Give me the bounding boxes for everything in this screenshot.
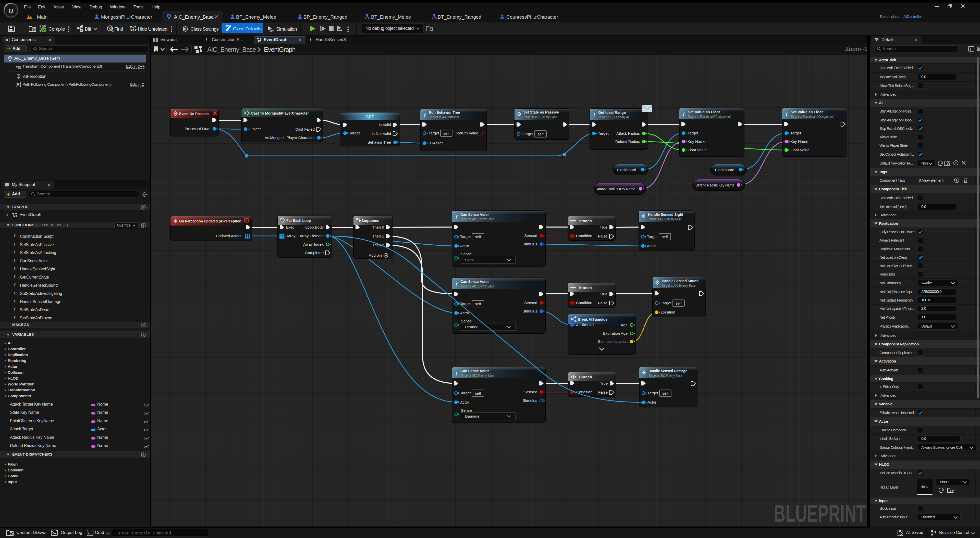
svg-text:Possessed Pawn: Possessed Pawn — [185, 127, 210, 131]
svg-text:ƒ: ƒ — [455, 214, 458, 220]
svg-text:Defend Radius Key Name: Defend Radius Key Name — [695, 183, 734, 187]
svg-text:Event On Possess: Event On Possess — [179, 111, 209, 116]
svg-text:Target is Blackboard Component: Target is Blackboard Component — [688, 114, 731, 119]
svg-text:self: self — [475, 391, 481, 395]
svg-text:Attack Radius Key Name: Attack Radius Key Name — [597, 187, 635, 191]
svg-text:Set Value as Float: Set Value as Float — [688, 110, 720, 114]
svg-text:Target: Target — [598, 131, 609, 135]
svg-text:Is Valid: Is Valid — [379, 122, 391, 127]
svg-text:Defend Radius: Defend Radius — [615, 139, 640, 144]
svg-text:False: False — [598, 234, 608, 238]
svg-text:Stimulus: Stimulus — [522, 242, 537, 246]
svg-text:Age: Age — [620, 323, 628, 327]
svg-text:Key Name: Key Name — [791, 139, 808, 144]
svg-text:Set Value as Float: Set Value as Float — [791, 110, 823, 114]
svg-text:Target: Target — [791, 131, 801, 135]
svg-text:Actor: Actor — [647, 244, 656, 248]
svg-text:Sensed: Sensed — [524, 233, 537, 238]
svg-text:Condition: Condition — [576, 300, 592, 305]
svg-text:Then 1: Then 1 — [372, 234, 384, 238]
svg-text:BLUEPRINT: BLUEPRINT — [774, 500, 866, 527]
svg-text:Hearing: Hearing — [465, 325, 479, 329]
svg-text:Add pin: Add pin — [369, 253, 382, 257]
svg-text:Target: Target — [460, 235, 471, 239]
svg-text:Is Not Valid: Is Not Valid — [372, 132, 391, 136]
svg-text:Condition: Condition — [576, 234, 592, 238]
svg-text:Target: Target — [523, 132, 534, 136]
svg-text:Completed: Completed — [305, 251, 324, 255]
svg-text:Stimulus: Stimulus — [522, 398, 537, 403]
svg-text:Target: Target — [687, 131, 698, 135]
svg-text:Array: Array — [286, 234, 296, 238]
svg-text:ƒ: ƒ — [455, 371, 458, 376]
svg-text:Handle Sensed Sight: Handle Sensed Sight — [648, 212, 683, 217]
svg-text:Exec: Exec — [286, 225, 294, 229]
svg-text:Branch: Branch — [579, 219, 592, 223]
svg-text:Target is AIC Enemy Base: Target is AIC Enemy Base — [662, 283, 695, 287]
svg-text:Sense: Sense — [461, 408, 472, 413]
svg-text:Branch: Branch — [579, 286, 592, 290]
svg-text:Updated Actors: Updated Actors — [216, 234, 242, 238]
svg-text:AIStimulus: AIStimulus — [576, 323, 594, 327]
svg-text:Float Value: Float Value — [687, 148, 707, 152]
svg-text:Float Value: Float Value — [791, 148, 810, 152]
svg-text:Target: Target — [349, 131, 360, 135]
svg-text:False: False — [598, 390, 608, 394]
svg-text:True: True — [600, 225, 608, 229]
svg-text:Stimulus Location: Stimulus Location — [598, 339, 628, 344]
svg-text:Break AIStimulus: Break AIStimulus — [578, 317, 608, 321]
svg-text:Key Name: Key Name — [687, 139, 705, 144]
svg-text:Target is AIController: Target is AIController — [429, 115, 460, 119]
svg-text:True: True — [600, 381, 608, 386]
svg-text:Blackboard: Blackboard — [715, 168, 735, 172]
svg-text:Target: Target — [428, 131, 439, 135]
svg-text:Sight: Sight — [465, 258, 474, 262]
svg-text:Object: Object — [250, 127, 261, 131]
svg-text:False: False — [598, 301, 608, 305]
svg-text:Can Sense Actor: Can Sense Actor — [460, 279, 489, 284]
svg-text:Expiration Age: Expiration Age — [603, 331, 628, 335]
svg-text:Cast To MorigeshPlayerCharacte: Cast To MorigeshPlayerCharacter — [251, 111, 309, 115]
svg-text:ƒ: ƒ — [682, 111, 685, 117]
svg-text:GET: GET — [366, 115, 374, 119]
svg-text:For Each Loop: For Each Loop — [286, 218, 311, 223]
svg-text:Set State as Passive: Set State as Passive — [523, 110, 559, 114]
svg-text:Get Ideal Range: Get Ideal Range — [598, 110, 626, 114]
svg-text:Target: Target — [647, 235, 658, 239]
svg-text:BTAsset: BTAsset — [428, 141, 443, 145]
svg-text:Sensed: Sensed — [524, 300, 537, 305]
svg-text:Target is AIC Enemy Base: Target is AIC Enemy Base — [460, 217, 494, 221]
svg-text:Target: Target — [460, 391, 471, 395]
svg-text:Sequence: Sequence — [361, 218, 379, 223]
svg-text:Handle Sensed Sound: Handle Sensed Sound — [662, 279, 698, 283]
svg-text:Then 0: Then 0 — [372, 225, 384, 229]
svg-text:Target is AIC Enemy Base: Target is AIC Enemy Base — [649, 373, 682, 378]
svg-text:Target is AIC Enemy Base: Target is AIC Enemy Base — [460, 284, 494, 288]
svg-text:Run Behavior Tree: Run Behavior Tree — [429, 110, 460, 114]
svg-text:ƒ: ƒ — [424, 112, 426, 117]
svg-text:As Morigesh Player Character: As Morigesh Player Character — [265, 135, 315, 140]
svg-text:self: self — [443, 131, 449, 135]
svg-text:Actor: Actor — [460, 244, 469, 248]
svg-text:Blackboard: Blackboard — [617, 168, 636, 172]
svg-text:ƒ: ƒ — [593, 112, 596, 117]
svg-text:Damage: Damage — [465, 414, 479, 418]
svg-text:Can Sense Actor: Can Sense Actor — [460, 212, 489, 217]
svg-text:True: True — [600, 292, 608, 296]
svg-text:Cast Failed: Cast Failed — [295, 127, 315, 132]
svg-text:Array Index: Array Index — [303, 242, 324, 246]
svg-text:Sensed: Sensed — [524, 390, 537, 394]
svg-text:Handle Sensed Damage: Handle Sensed Damage — [649, 368, 687, 373]
svg-text:Array Element: Array Element — [300, 234, 324, 238]
svg-text:Behavior Tree: Behavior Tree — [368, 140, 391, 144]
svg-text:Target is AIC Enemy Base: Target is AIC Enemy Base — [460, 373, 494, 378]
svg-text:ƒ: ƒ — [455, 281, 458, 287]
svg-text:Then 2: Then 2 — [372, 243, 384, 247]
svg-text:Location: Location — [661, 310, 675, 314]
svg-text:Return Value: Return Value — [456, 131, 478, 135]
svg-text:Loop Body: Loop Body — [305, 225, 324, 229]
svg-text:self: self — [538, 132, 544, 136]
svg-text:Actor: Actor — [460, 400, 469, 404]
svg-text:Target is AIC Enemy Base: Target is AIC Enemy Base — [648, 217, 682, 221]
svg-text:Target: Target — [661, 301, 672, 305]
